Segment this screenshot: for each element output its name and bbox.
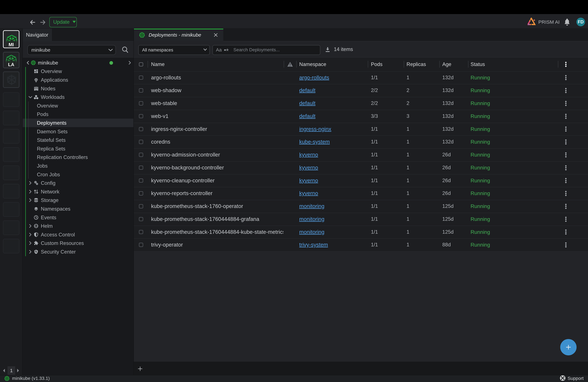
svg-text:HELM: HELM: [34, 226, 38, 227]
